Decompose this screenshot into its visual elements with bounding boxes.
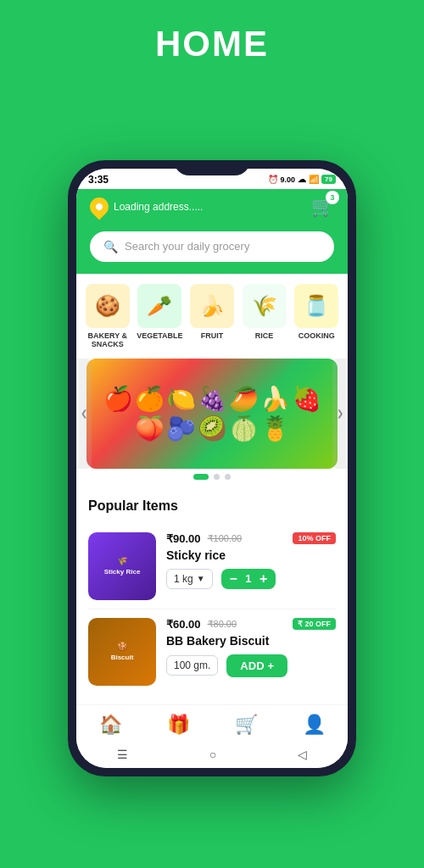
- battery-icon: 79: [321, 175, 336, 184]
- chevron-down-icon: ▼: [197, 574, 205, 583]
- nav-cart[interactable]: 🛒: [235, 714, 258, 736]
- android-home[interactable]: ○: [209, 748, 216, 761]
- phone-frame: 3:35 ⏰ 9.00 ☁ 📶 79 Loading address..... …: [68, 160, 356, 776]
- section-title: Popular Items: [88, 498, 336, 514]
- bb-bakery-info: ₹60.00 ₹80.00 ₹ 20 OFF BB Bakery Biscuit…: [166, 618, 336, 686]
- phone-screen: 3:35 ⏰ 9.00 ☁ 📶 79 Loading address..... …: [76, 169, 348, 768]
- cook-img: 🫙: [294, 284, 338, 328]
- nav-gifts[interactable]: 🎁: [167, 714, 190, 736]
- sticky-rice-qty-select[interactable]: 1 kg ▼: [166, 569, 213, 589]
- nav-profile[interactable]: 👤: [303, 714, 326, 736]
- fruit-label: FRUIT: [201, 331, 224, 340]
- signal-icon: 📶: [309, 175, 319, 184]
- bb-bakery-img: 🍪Biscuit: [88, 618, 156, 686]
- bb-bakery-price-row: ₹60.00 ₹80.00 ₹ 20 OFF: [166, 618, 336, 631]
- bb-bakery-price: ₹60.00: [166, 618, 201, 631]
- location-area[interactable]: Loading address.....: [90, 198, 203, 216]
- veg-img: 🥕: [137, 284, 181, 328]
- home-icon: 🏠: [99, 714, 122, 736]
- veg-label: VEGETABLE: [137, 331, 182, 340]
- status-time: 3:35: [88, 174, 109, 186]
- sticky-rice-discount: 10% OFF: [293, 532, 336, 544]
- qty-minus-button[interactable]: −: [230, 572, 237, 586]
- banner-area: ❮ 🍎🍊🍋🍇 🥭🍌🍓🍑 🫐🥝🍈🍍 ❯: [76, 359, 348, 488]
- sticky-rice-img: 🌾Sticky Rice: [88, 532, 156, 600]
- category-bakery[interactable]: 🍪 BAKERY &SNACKS: [84, 284, 131, 348]
- search-placeholder: Search your daily grocery: [125, 240, 249, 253]
- plus-icon: +: [268, 659, 275, 672]
- android-nav: ☰ ○ ◁: [76, 741, 348, 768]
- bottom-nav: 🏠 🎁 🛒 👤: [76, 704, 348, 741]
- qty-control: − 1 +: [221, 569, 276, 589]
- qty-label: 1 kg: [174, 573, 193, 585]
- cart-button[interactable]: 🛒 3: [311, 196, 334, 218]
- status-icons: ⏰ 9.00 ☁ 📶 79: [268, 175, 336, 184]
- dot-2: [214, 474, 220, 480]
- add-label: ADD: [240, 659, 264, 672]
- location-text: Loading address.....: [114, 201, 203, 213]
- bb-bakery-old-price: ₹80.00: [208, 619, 237, 630]
- banner-next-peek: ❯: [332, 359, 348, 469]
- alarm-icon: ⏰: [268, 175, 278, 184]
- categories-row: 🍪 BAKERY &SNACKS 🥕 VEGETABLE 🍌 FRUIT 🌾 R…: [76, 274, 348, 359]
- search-box[interactable]: 🔍 Search your daily grocery: [90, 231, 334, 262]
- signal-text: 9.00: [281, 175, 296, 184]
- app-header: Loading address..... 🛒 3: [76, 189, 348, 225]
- page-title: HOME: [0, 24, 424, 64]
- sticky-rice-qty-row: 1 kg ▼ − 1 +: [166, 569, 336, 589]
- profile-icon: 👤: [303, 714, 326, 736]
- cart-nav-icon: 🛒: [235, 714, 258, 736]
- cooking-label: COOKING: [298, 331, 335, 340]
- bb-bakery-qty-row: 100 gm. ADD +: [166, 654, 336, 677]
- rice-img: 🌾: [243, 284, 287, 328]
- add-to-cart-button[interactable]: ADD +: [226, 654, 287, 677]
- rice-label: RICE: [255, 331, 274, 340]
- category-vegetable[interactable]: 🥕 VEGETABLE: [136, 284, 183, 348]
- bb-qty-label: 100 gm.: [174, 659, 210, 671]
- sticky-rice-price: ₹90.00: [166, 532, 201, 545]
- popular-section: Popular Items 🌾Sticky Rice ₹90.00 ₹100.0…: [76, 488, 348, 704]
- sticky-rice-price-row: ₹90.00 ₹100.00 10% OFF: [166, 532, 336, 545]
- sticky-rice-info: ₹90.00 ₹100.00 10% OFF Sticky rice 1 kg …: [166, 532, 336, 600]
- category-cooking[interactable]: 🫙 COOKING: [293, 284, 340, 348]
- sticky-rice-name: Sticky rice: [166, 548, 336, 562]
- banner-image[interactable]: 🍎🍊🍋🍇 🥭🍌🍓🍑 🫐🥝🍈🍍: [86, 359, 338, 469]
- fruit-img: 🍌: [190, 284, 234, 328]
- cart-badge: 3: [326, 191, 339, 204]
- android-back[interactable]: ◁: [298, 748, 307, 761]
- search-icon: 🔍: [103, 240, 118, 253]
- category-rice[interactable]: 🌾 RICE: [241, 284, 288, 348]
- nav-home[interactable]: 🏠: [99, 714, 122, 736]
- product-sticky-rice: 🌾Sticky Rice ₹90.00 ₹100.00 10% OFF Stic…: [88, 524, 336, 609]
- bakery-label: BAKERY &SNACKS: [88, 331, 128, 348]
- gift-icon: 🎁: [167, 714, 190, 736]
- bb-bakery-name: BB Bakery Biscuit: [166, 634, 336, 648]
- bakery-img: 🍪: [86, 284, 130, 328]
- bb-bakery-discount: ₹ 20 OFF: [293, 618, 336, 630]
- qty-plus-button[interactable]: +: [259, 572, 267, 586]
- category-fruit[interactable]: 🍌 FRUIT: [188, 284, 236, 348]
- bb-bakery-qty-select[interactable]: 100 gm.: [166, 655, 218, 676]
- android-recents[interactable]: ☰: [117, 748, 128, 761]
- phone-notch: [174, 160, 250, 175]
- dot-3: [225, 474, 231, 480]
- qty-value: 1: [243, 572, 254, 585]
- banner-prev-peek: ❮: [76, 359, 92, 469]
- search-area: 🔍 Search your daily grocery: [76, 225, 348, 274]
- sticky-rice-old-price: ₹100.00: [208, 533, 243, 544]
- product-bb-bakery: 🍪Biscuit ₹60.00 ₹80.00 ₹ 20 OFF BB Baker…: [88, 609, 336, 694]
- wifi-icon: ☁: [298, 175, 306, 184]
- banner-dots: [86, 474, 338, 480]
- dot-1: [193, 474, 209, 480]
